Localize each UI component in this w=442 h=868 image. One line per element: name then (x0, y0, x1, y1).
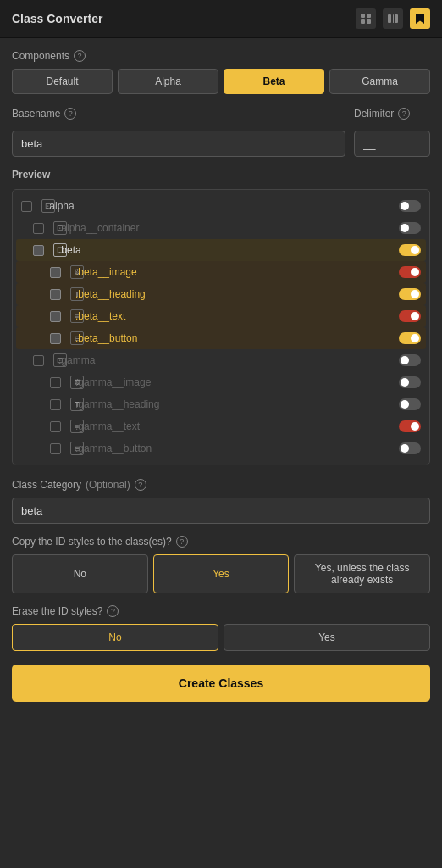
components-label: Components ? (12, 50, 430, 62)
alpha-container-toggle[interactable] (399, 222, 421, 234)
class-category-info-icon[interactable]: ? (135, 479, 146, 491)
grid-icon[interactable] (356, 8, 376, 29)
preview-label: Preview (12, 169, 430, 181)
gamma-button-toggle[interactable] (399, 442, 421, 454)
gamma-button-label: .gamma__button (75, 442, 399, 454)
tree-item-gamma-image[interactable]: 🖼 .gamma__image (16, 371, 426, 393)
copy-id-radio-group: No Yes Yes, unless the class already exi… (12, 554, 430, 593)
gamma-heading-label: .gamma__heading (75, 398, 399, 410)
svg-rect-0 (361, 14, 365, 18)
beta-text-label: .beta__text (75, 310, 399, 322)
alpha-toggle[interactable] (399, 200, 421, 212)
svg-rect-5 (393, 14, 394, 23)
beta-text-toggle[interactable] (399, 310, 421, 322)
beta-toggle[interactable] (399, 244, 421, 256)
gamma-image-checkbox[interactable] (50, 377, 61, 388)
copy-id-info-icon[interactable]: ? (176, 536, 188, 548)
class-category-section: Class Category (Optional) ? (12, 479, 430, 524)
beta-heading-label: .beta__heading (75, 288, 399, 300)
preview-box[interactable]: ⊡ .alpha ⊡ .alpha__container ☐ (12, 189, 430, 465)
basename-delimiter-row: Basename ? Delimiter ? (12, 108, 430, 157)
basename-group: Basename ? (12, 108, 345, 157)
tree-item-gamma[interactable]: ⊡ .gamma (16, 349, 426, 371)
erase-id-label: Erase the ID styles? ? (12, 605, 430, 617)
basename-input[interactable] (12, 131, 345, 157)
alpha-label: .alpha (47, 200, 399, 212)
main-content: Components ? Default Alpha Beta Gamma Ba… (0, 38, 442, 714)
comp-btn-alpha[interactable]: Alpha (118, 69, 218, 94)
delimiter-info-icon[interactable]: ? (398, 108, 410, 120)
class-category-input[interactable] (12, 498, 430, 524)
copy-id-section: Copy the ID styles to the class(es)? ? N… (12, 536, 430, 593)
app-title: Class Converter (12, 12, 102, 25)
columns-icon[interactable] (383, 8, 403, 29)
gamma-text-toggle[interactable] (399, 420, 421, 432)
beta-text-checkbox[interactable] (50, 311, 61, 322)
preview-section: Preview ⊡ .alpha ⊡ .alpha__container (12, 169, 430, 465)
tree-item-alpha-container[interactable]: ⊡ .alpha__container (16, 217, 426, 239)
beta-heading-toggle[interactable] (399, 288, 421, 300)
beta-heading-checkbox[interactable] (50, 289, 61, 300)
gamma-text-checkbox[interactable] (50, 421, 61, 432)
copy-id-no[interactable]: No (12, 554, 148, 593)
beta-image-label: .beta__image (75, 266, 399, 278)
gamma-label: .gamma (58, 354, 399, 366)
class-category-label: Class Category (Optional) ? (12, 479, 430, 491)
copy-id-yes[interactable]: Yes (153, 554, 290, 593)
svg-rect-2 (361, 19, 365, 24)
svg-rect-4 (388, 14, 391, 23)
beta-button-toggle[interactable] (399, 332, 421, 344)
svg-rect-6 (395, 14, 398, 23)
gamma-checkbox[interactable] (33, 355, 44, 366)
header-icons (356, 8, 430, 29)
components-row: Default Alpha Beta Gamma (12, 69, 430, 94)
gamma-heading-checkbox[interactable] (50, 399, 61, 410)
alpha-container-checkbox[interactable] (33, 223, 44, 234)
beta-button-label: .beta__button (75, 332, 399, 344)
create-classes-button[interactable]: Create Classes (12, 665, 430, 702)
beta-image-checkbox[interactable] (50, 267, 61, 278)
comp-btn-beta[interactable]: Beta (224, 69, 324, 94)
gamma-toggle[interactable] (399, 354, 421, 366)
tree-item-beta-button[interactable]: ⊟ .beta__button (16, 327, 426, 349)
beta-label: .beta (58, 244, 399, 256)
basename-info-icon[interactable]: ? (64, 108, 76, 120)
tree-item-beta-text[interactable]: ≡ .beta__text (16, 305, 426, 327)
basename-label: Basename ? (12, 108, 345, 120)
tree-item-gamma-text[interactable]: ≡ .gamma__text (16, 415, 426, 437)
comp-btn-gamma[interactable]: Gamma (329, 69, 430, 94)
tree-item-beta-image[interactable]: 🖼 .beta__image (16, 261, 426, 283)
tree-item-beta-heading[interactable]: T .beta__heading (16, 283, 426, 305)
gamma-button-checkbox[interactable] (50, 443, 61, 454)
svg-rect-3 (367, 19, 371, 24)
bookmark-icon[interactable] (410, 8, 430, 29)
gamma-image-toggle[interactable] (399, 376, 421, 388)
components-info-icon[interactable]: ? (74, 50, 86, 62)
delimiter-group: Delimiter ? (354, 108, 430, 157)
tree-item-gamma-heading[interactable]: T .gamma__heading (16, 393, 426, 415)
app-header: Class Converter (0, 0, 442, 38)
erase-id-info-icon[interactable]: ? (107, 605, 119, 617)
beta-image-toggle[interactable] (399, 266, 421, 278)
erase-id-no[interactable]: No (12, 624, 218, 651)
tree-item-alpha[interactable]: ⊡ .alpha (16, 195, 426, 217)
delimiter-input[interactable] (354, 131, 430, 157)
gamma-heading-toggle[interactable] (399, 398, 421, 410)
delimiter-label: Delimiter ? (354, 108, 430, 120)
erase-id-yes[interactable]: Yes (224, 624, 430, 651)
tree-item-gamma-button[interactable]: ⊟ .gamma__button (16, 437, 426, 459)
alpha-checkbox[interactable] (21, 201, 32, 212)
erase-id-section: Erase the ID styles? ? No Yes (12, 605, 430, 651)
alpha-container-label: .alpha__container (58, 222, 399, 234)
gamma-text-label: .gamma__text (75, 420, 399, 432)
beta-checkbox[interactable] (33, 245, 44, 256)
svg-rect-1 (367, 14, 371, 18)
comp-btn-default[interactable]: Default (12, 69, 113, 94)
erase-id-radio-group: No Yes (12, 624, 430, 651)
beta-button-checkbox[interactable] (50, 333, 61, 344)
tree-item-beta[interactable]: ☐ .beta (16, 239, 426, 261)
copy-id-unless[interactable]: Yes, unless the class already exists (294, 554, 430, 593)
copy-id-label: Copy the ID styles to the class(es)? ? (12, 536, 430, 548)
class-category-optional: (Optional) (86, 479, 130, 491)
gamma-image-label: .gamma__image (75, 376, 399, 388)
